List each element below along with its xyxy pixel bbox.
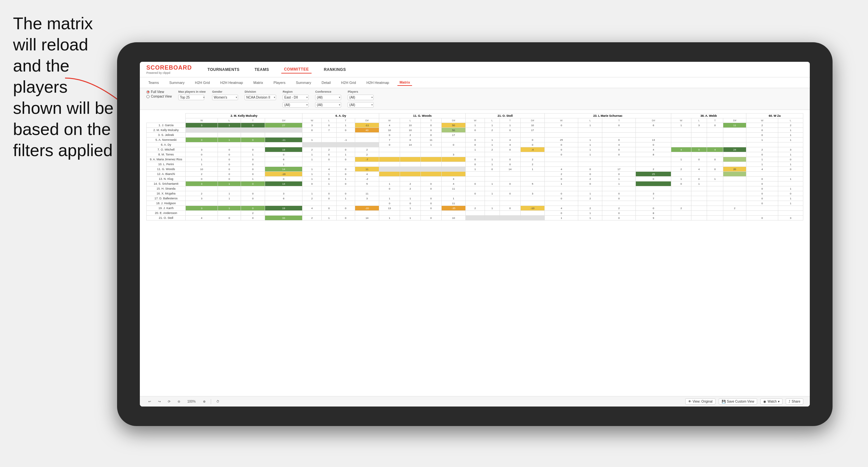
subnav-h2h-heatmap2[interactable]: H2H Heatmap bbox=[365, 80, 391, 86]
cell bbox=[707, 211, 723, 216]
cell bbox=[499, 201, 520, 206]
table-row: 10. L. Perini 1 0 0 1 bbox=[147, 162, 803, 167]
cell: 2 bbox=[400, 186, 421, 191]
row-name-5: 5. A. Nomrowski bbox=[147, 137, 186, 143]
cell: 2 bbox=[400, 182, 421, 186]
cell bbox=[355, 162, 379, 167]
refresh-button[interactable]: ⟳ bbox=[166, 399, 173, 404]
cell: 1 bbox=[602, 182, 636, 186]
col-t2: T bbox=[336, 118, 355, 123]
conference-all-select[interactable]: (All) bbox=[315, 102, 341, 107]
region-all-select[interactable]: (All) bbox=[283, 102, 309, 107]
redo-button[interactable]: ↪ bbox=[156, 399, 163, 404]
save-custom-button[interactable]: 💾 Save Custom View bbox=[719, 398, 757, 405]
cell: 1 bbox=[400, 196, 421, 201]
cell: 0 bbox=[499, 191, 520, 196]
zoom-in-button[interactable]: ⊕ bbox=[201, 399, 208, 404]
cell bbox=[746, 211, 778, 216]
zoom-out-button[interactable]: ⊖ bbox=[176, 399, 182, 404]
cell: 0 bbox=[545, 196, 578, 201]
cell bbox=[303, 162, 321, 167]
cell bbox=[499, 133, 520, 137]
cell: 4 bbox=[186, 216, 218, 220]
cell bbox=[336, 186, 355, 191]
conference-select[interactable]: (All) bbox=[315, 95, 341, 100]
full-view-label: Full View bbox=[151, 90, 164, 94]
row-name-15: 15. H. Stranda bbox=[147, 186, 186, 191]
cell: 1 bbox=[691, 182, 707, 186]
division-select[interactable]: NCAA Division II NCAA Division I NCAA Di… bbox=[245, 95, 276, 100]
cell: 0 bbox=[400, 201, 421, 206]
gender-select[interactable]: Women's Men's bbox=[212, 95, 238, 100]
cell: 1 bbox=[578, 211, 602, 216]
full-view-option[interactable]: Full View bbox=[146, 90, 172, 94]
cell: 3 bbox=[441, 152, 466, 157]
subnav-summary2[interactable]: Summary bbox=[294, 80, 313, 86]
cell: 3 bbox=[636, 191, 671, 196]
cell: 0 bbox=[241, 167, 265, 172]
cell bbox=[691, 201, 707, 206]
cell: 20 bbox=[723, 167, 746, 172]
region-select[interactable]: East - DII West - DII (All) bbox=[283, 95, 309, 100]
col-header-21: 21. O. Stoll bbox=[466, 114, 545, 118]
cell: 0 bbox=[421, 182, 441, 186]
cell: 0 bbox=[421, 128, 441, 133]
cell: 0 bbox=[466, 128, 485, 133]
nav-teams[interactable]: TEAMS bbox=[252, 66, 272, 73]
cell: 1 bbox=[578, 137, 602, 143]
subnav-matrix2[interactable]: Matrix bbox=[397, 80, 412, 86]
subnav-detail[interactable]: Detail bbox=[320, 80, 333, 86]
subnav-teams[interactable]: Teams bbox=[146, 80, 161, 86]
subnav-h2h-heatmap[interactable]: H2H Heatmap bbox=[218, 80, 245, 86]
subnav-h2h-grid[interactable]: H2H Grid bbox=[193, 80, 212, 86]
cell bbox=[441, 191, 466, 196]
cell: 0 bbox=[241, 147, 265, 152]
full-view-radio[interactable] bbox=[146, 90, 150, 94]
subnav-h2h-grid2[interactable]: H2H Grid bbox=[339, 80, 358, 86]
share-button[interactable]: ⤴ Share bbox=[786, 398, 803, 405]
cell: 0 bbox=[499, 162, 520, 167]
col-dif6: Dif bbox=[723, 118, 746, 123]
cell: 0 bbox=[241, 216, 265, 220]
cell bbox=[265, 128, 303, 133]
col-header-6: 6. A. Dy bbox=[303, 114, 379, 118]
timer-button[interactable]: ⏱ bbox=[214, 399, 221, 404]
nav-rankings[interactable]: RANKINGS bbox=[321, 66, 349, 73]
cell bbox=[400, 147, 421, 152]
cell: 2 bbox=[186, 172, 218, 177]
matrix-table: 2. M. Kelly Mulcahy 6. A. Dy 11. G. Wood… bbox=[146, 113, 803, 220]
view-original-button[interactable]: 👁 View: Original bbox=[685, 398, 716, 405]
row-name-9: 9. A. Maria Jimenez Rios bbox=[147, 157, 186, 162]
nav-committee[interactable]: COMMITTEE bbox=[281, 66, 312, 73]
cell: 0 bbox=[578, 172, 602, 177]
cell bbox=[485, 201, 499, 206]
undo-button[interactable]: ↩ bbox=[146, 399, 153, 404]
cell: 0 bbox=[778, 157, 803, 162]
players-all-select[interactable]: (All) bbox=[348, 102, 374, 107]
max-players-select[interactable]: Top 25 Top 10 Top 50 bbox=[178, 95, 204, 100]
nav-tournaments[interactable]: TOURNAMENTS bbox=[205, 66, 242, 73]
subnav-players[interactable]: Players bbox=[272, 80, 287, 86]
cell: 0 bbox=[186, 177, 218, 182]
corner-cell bbox=[147, 114, 186, 123]
cell bbox=[466, 172, 485, 177]
cell bbox=[336, 143, 355, 147]
watch-button[interactable]: ◉ Watch ▾ bbox=[761, 398, 782, 405]
cell bbox=[636, 186, 671, 191]
cell: 2 bbox=[466, 206, 485, 211]
subnav-matrix[interactable]: Matrix bbox=[251, 80, 265, 86]
cell: 4 bbox=[746, 167, 778, 172]
compact-view-option[interactable]: Compact View bbox=[146, 95, 172, 98]
cell bbox=[441, 137, 466, 143]
players-select[interactable]: (All) bbox=[348, 95, 374, 100]
cell: 0 bbox=[336, 172, 355, 177]
cell bbox=[723, 143, 746, 147]
compact-view-radio[interactable] bbox=[146, 95, 150, 98]
cell: 0 bbox=[691, 177, 707, 182]
subnav-summary[interactable]: Summary bbox=[167, 80, 186, 86]
sub-nav: Teams Summary H2H Grid H2H Heatmap Matri… bbox=[140, 77, 810, 88]
tablet-screen: SCOREBOARD Powered by clippd TOURNAMENTS… bbox=[140, 62, 810, 406]
cell: 0 bbox=[218, 157, 241, 162]
cell: 1 bbox=[545, 182, 578, 186]
cell: 1 bbox=[466, 147, 485, 152]
